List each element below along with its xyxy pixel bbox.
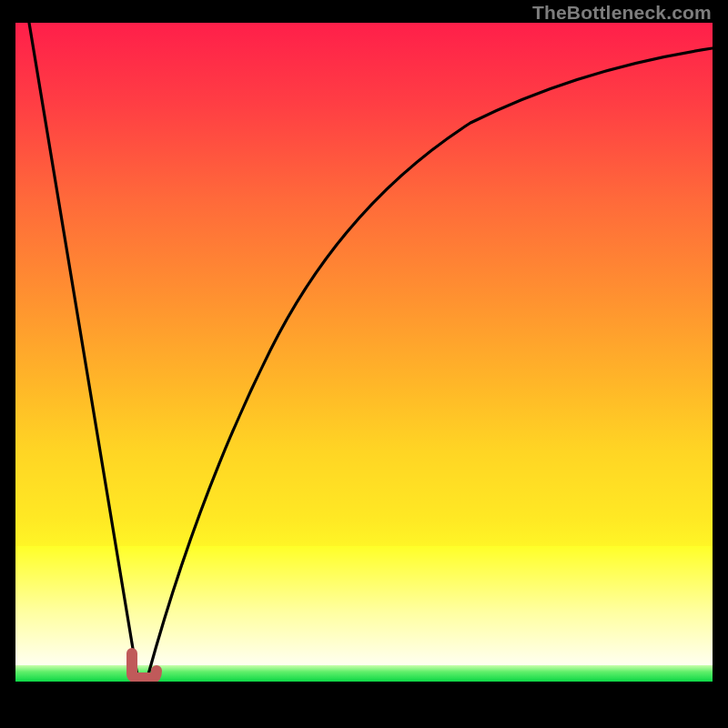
chart-svg (15, 23, 713, 682)
outer-frame: TheBottleneck.com (0, 0, 728, 728)
right-ascent-curve (148, 48, 713, 674)
left-descent-curve (29, 23, 137, 676)
watermark-credit: TheBottleneck.com (532, 2, 712, 24)
